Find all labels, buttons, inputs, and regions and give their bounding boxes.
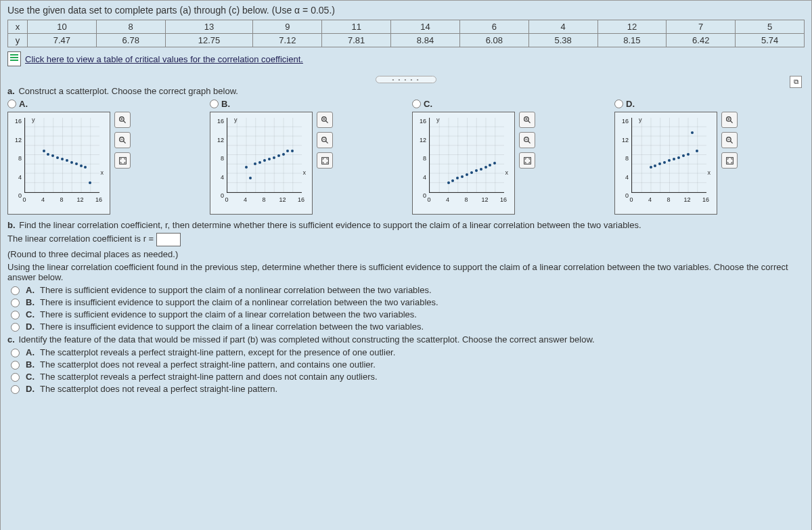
part-a-text: Construct a scatterplot. Choose the corr… [18, 86, 238, 96]
answer-text: The scatterplot does not reveal a perfec… [40, 384, 277, 394]
answer-label: C. [26, 309, 35, 319]
document-icon[interactable] [7, 51, 21, 66]
scatter-option-d: D.yx04812160481216 [614, 99, 805, 215]
answer-row: C.The scatterplot reveals a perfect stra… [7, 372, 805, 382]
answer-row: B.There is insufficient evidence to supp… [7, 297, 805, 307]
answer-label: D. [26, 384, 35, 394]
answer-text: There is sufficient evidence to support … [40, 285, 432, 295]
svg-line-13 [325, 141, 328, 143]
option-label: A. [19, 99, 28, 109]
radio-partb-a[interactable] [11, 286, 20, 295]
part-c-text: Identify the feature of the data that wo… [18, 334, 594, 345]
scatter-option-a: A.yx04812160481216 [7, 99, 198, 215]
radio-partb-d[interactable] [11, 323, 20, 332]
svg-line-17 [528, 120, 530, 123]
answer-label: C. [26, 372, 35, 382]
expand-icon[interactable] [721, 152, 738, 169]
svg-line-5 [123, 141, 125, 143]
row-label-y: y [8, 34, 28, 47]
option-label: C. [424, 99, 432, 109]
zoom-in-icon[interactable] [317, 112, 333, 128]
radio-option-d[interactable] [614, 100, 623, 108]
scatter-chart-c: yx04812160481216 [412, 112, 515, 215]
radio-option-c[interactable] [412, 100, 421, 108]
part-a-label: a. [7, 86, 15, 96]
radio-partc-d[interactable] [11, 385, 20, 394]
zoom-out-icon[interactable] [721, 132, 738, 148]
option-label: B. [221, 99, 230, 109]
answer-text: The scatterplot does not reveal a perfec… [40, 359, 376, 370]
zoom-in-icon[interactable] [114, 112, 131, 128]
answer-text: There is insufficient evidence to suppor… [40, 297, 438, 307]
answer-row: A.The scatterplot reveals a perfect stra… [7, 347, 805, 357]
zoom-in-icon[interactable] [519, 112, 535, 128]
part-b-label: b. [7, 220, 16, 230]
option-label: D. [626, 99, 635, 109]
critical-values-link[interactable]: Click here to view a table of critical v… [25, 54, 303, 64]
radio-partb-b[interactable] [11, 299, 20, 307]
part-b-followup: Using the linear correlation coefficient… [7, 262, 805, 282]
answer-row: D.There is insufficient evidence to supp… [7, 322, 805, 332]
scatter-chart-b: yx04812160481216 [210, 112, 313, 215]
table-row-y: y 7.47 6.78 12.75 7.12 7.81 8.84 6.08 5.… [8, 34, 805, 47]
answer-text: There is sufficient evidence to support … [40, 309, 417, 319]
radio-partc-c[interactable] [11, 373, 20, 382]
data-table: x 10 8 13 9 11 14 6 4 12 7 5 y 7.47 6.78… [7, 20, 805, 47]
radio-option-a[interactable] [7, 100, 16, 108]
expand-icon[interactable] [114, 152, 131, 169]
radio-option-b[interactable] [210, 100, 219, 108]
answer-row: B.The scatterplot does not reveal a perf… [7, 359, 805, 370]
collapse-indicator[interactable]: • • • • • [7, 73, 805, 83]
svg-line-21 [528, 141, 530, 143]
scatter-chart-a: yx04812160481216 [7, 112, 110, 215]
answer-label: A. [26, 285, 35, 295]
svg-line-25 [730, 120, 732, 123]
svg-line-29 [730, 141, 732, 143]
answer-text: The scatterplot reveals a perfect straig… [40, 372, 378, 382]
page-title: Use the given data set to complete parts… [7, 5, 805, 16]
zoom-out-icon[interactable] [519, 132, 535, 148]
answer-text: There is insufficient evidence to suppor… [40, 322, 424, 332]
expand-icon[interactable] [519, 152, 535, 169]
expand-icon[interactable] [317, 152, 333, 169]
round-note: (Round to three decimal places as needed… [7, 249, 805, 259]
radio-partc-b[interactable] [11, 361, 20, 370]
scatter-option-c: C.yx04812160481216 [412, 99, 602, 215]
answer-text: The scatterplot reveals a perfect straig… [40, 347, 395, 357]
r-input[interactable] [156, 233, 181, 246]
answer-row: D.The scatterplot does not reveal a perf… [7, 384, 805, 394]
scatter-chart-d: yx04812160481216 [614, 112, 717, 215]
radio-partc-a[interactable] [11, 349, 20, 357]
radio-partb-c[interactable] [11, 311, 20, 319]
svg-line-9 [325, 120, 328, 123]
zoom-in-icon[interactable] [721, 112, 738, 128]
table-row-x: x 10 8 13 9 11 14 6 4 12 7 5 [8, 20, 805, 34]
part-b-text: Find the linear correlation coefficient,… [19, 220, 641, 230]
answer-row: A.There is sufficient evidence to suppor… [7, 285, 805, 295]
row-label-x: x [8, 20, 28, 34]
zoom-out-icon[interactable] [114, 132, 131, 148]
answer-label: B. [26, 297, 35, 307]
coef-line-text: The linear correlation coefficient is r … [7, 234, 154, 244]
answer-row: C.There is sufficient evidence to suppor… [7, 309, 805, 319]
zoom-out-icon[interactable] [317, 132, 333, 148]
answer-label: B. [26, 359, 35, 370]
answer-label: D. [26, 322, 35, 332]
svg-line-1 [123, 120, 125, 123]
part-c-label: c. [7, 334, 15, 345]
copy-icon[interactable]: ⧉ [790, 76, 802, 88]
answer-label: A. [26, 347, 35, 357]
scatter-option-b: B.yx04812160481216 [210, 99, 400, 215]
